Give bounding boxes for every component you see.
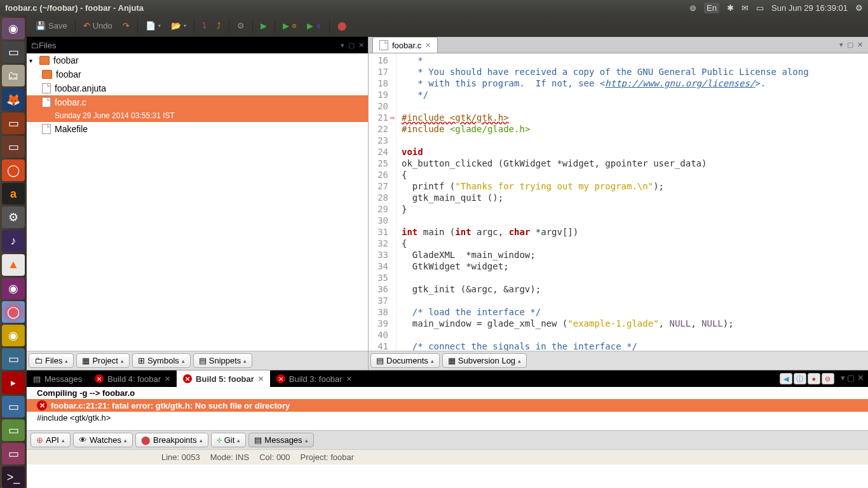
files-launcher[interactable]: 🗂 [2, 65, 25, 86]
project-icon: ▦ [82, 356, 90, 365]
tab-messages[interactable]: ▤Messages▴ [248, 433, 313, 447]
panel-controls[interactable]: ▾ ▢ ✕ [839, 41, 863, 49]
tab-subversion[interactable]: ▦Subversion Log▴ [442, 353, 527, 368]
new-file-icon: 📄 [146, 21, 156, 30]
message-line[interactable]: #include <gtk/gtk.h> [27, 412, 868, 424]
wifi-icon[interactable]: ⊚ [689, 3, 696, 13]
editor-tab[interactable]: foobar.c ✕ [372, 37, 438, 53]
file-icon [42, 97, 51, 107]
launcher-item[interactable]: ♪ [2, 230, 25, 252]
messages-content[interactable]: Compiling -g --> foobar.o✕foobar.c:21:21… [27, 387, 868, 430]
launcher-item[interactable]: ▭ [2, 419, 25, 441]
firefox-launcher[interactable]: 🦊 [2, 88, 25, 110]
error-icon: ✕ [37, 400, 47, 410]
open-button[interactable]: 📂▾ [166, 18, 191, 33]
stop-button[interactable]: ⬤ [332, 18, 352, 33]
eye-icon: 👁 [79, 435, 87, 445]
amazon-launcher[interactable]: a [2, 183, 25, 205]
remove-button[interactable]: ⊖ [822, 373, 834, 384]
file-tree[interactable]: ▾ foobar foobarfoobar.anjutafoobar.cSund… [27, 53, 368, 351]
error-icon: ✕ [276, 374, 285, 383]
play-icon: ▶ [261, 21, 267, 30]
launcher-item[interactable]: ▭ [2, 348, 25, 370]
battery-icon[interactable]: ▭ [756, 3, 764, 13]
build-button[interactable]: ⚙ [232, 18, 250, 33]
open-icon: 📂 [171, 21, 181, 30]
launcher-item[interactable]: ▭ [2, 41, 25, 63]
vlc-launcher[interactable]: ▲ [2, 254, 25, 276]
expander-icon[interactable]: ▾ [29, 57, 36, 64]
debug-continue-button[interactable]: ▶⏸ [302, 18, 327, 33]
launcher-item[interactable]: ▭ [2, 136, 25, 158]
save-button[interactable]: 💾Save [31, 18, 72, 33]
keyboard-indicator[interactable]: En [704, 3, 719, 13]
status-line: Line: 0053 [161, 452, 200, 462]
close-icon[interactable]: ✕ [425, 41, 431, 50]
close-icon[interactable]: ✕ [346, 375, 352, 383]
tree-item[interactable]: foobar.anjuta [27, 81, 368, 95]
tab-breakpoints[interactable]: ⬤Breakpoints▴ [135, 433, 208, 447]
launcher-item[interactable]: ◯ [2, 301, 25, 323]
new-file-button[interactable]: 📄▾ [140, 18, 166, 33]
file-icon [42, 124, 51, 134]
redo-button[interactable]: ↷ [118, 18, 135, 33]
settings-launcher[interactable]: ⚙ [2, 207, 25, 228]
main-toolbar: 💾Save ↶Undo ↷ 📄▾ 📂▾ ⤵ ⤴ ⚙ ▶ ▶⚙ ▶⏸ ⬤ [27, 15, 868, 37]
message-line[interactable]: ✕foobar.c:21:21: fatal error: gtk/gtk.h:… [27, 399, 868, 412]
terminal-launcher[interactable]: >_ [2, 466, 25, 488]
run-button[interactable]: ▶ [255, 18, 272, 33]
close-icon[interactable]: ✕ [258, 375, 264, 383]
launcher-item[interactable]: ◉ [2, 278, 25, 299]
tab-project[interactable]: ▦Project▴ [76, 353, 129, 368]
error-filter-button[interactable]: ● [808, 373, 820, 384]
tab-documents[interactable]: ▤Documents▴ [370, 353, 440, 368]
debug-step-over-button[interactable]: ⤴ [212, 18, 226, 33]
tree-item[interactable]: Makefile [27, 122, 368, 136]
clock[interactable]: Sun Jun 29 16:39:01 [771, 3, 848, 13]
messages-tab[interactable]: ✕Build 5: foobar✕ [177, 370, 270, 387]
tab-snippets[interactable]: ▤Snippets▴ [193, 353, 253, 368]
debug-step-button[interactable]: ⤵ [197, 18, 212, 33]
message-filter-buttons: ◀ⓘ●⊖▾ ▢ ✕ [780, 373, 868, 384]
editor-bottom-tabs: ▤Documents▴ ▦Subversion Log▴ [369, 351, 868, 370]
panel-controls[interactable]: ▾ ▢ ✕ [341, 41, 364, 50]
messages-tab[interactable]: ✕Build 4: foobar✕ [88, 370, 177, 387]
mail-icon[interactable]: ✉ [742, 3, 749, 13]
info-button[interactable]: ⓘ [794, 373, 806, 384]
message-line[interactable]: Compiling -g --> foobar.o [27, 387, 868, 399]
tab-watches[interactable]: 👁Watches▴ [73, 433, 133, 447]
gear-icon[interactable]: ⚙ [855, 3, 863, 13]
debug-run-button[interactable]: ▶⚙ [278, 18, 302, 33]
launcher-item[interactable]: ▶ [2, 372, 25, 393]
tab-api[interactable]: ⊕API▴ [31, 433, 71, 447]
messages-tab[interactable]: ✕Build 3: foobar✕ [270, 370, 358, 387]
messages-panel: ▤Messages✕Build 4: foobar✕✕Build 5: foob… [27, 370, 868, 449]
tree-item[interactable]: foobar [27, 67, 368, 81]
code-area[interactable]: * * You should have received a copy of t… [397, 53, 868, 351]
launcher-item[interactable]: ▭ [2, 112, 25, 134]
launcher-item[interactable]: ◉ [2, 325, 25, 346]
tab-git[interactable]: ⊹Git▴ [211, 433, 247, 447]
dash-icon[interactable]: ◉ [2, 18, 25, 39]
undo-button[interactable]: ↶Undo [78, 18, 118, 33]
launcher-item[interactable]: ▭ [2, 443, 25, 464]
anjuta-launcher[interactable]: ▭ [2, 396, 25, 417]
ubuntu-top-bar: foobar.c (~/foobar) - foobar - Anjuta ⊚ … [0, 0, 868, 15]
tab-files[interactable]: 🗀Files▴ [29, 353, 74, 368]
tree-item[interactable]: foobar.cSunday 29 June 2014 03:55:31 IST [27, 95, 368, 122]
error-icon: ✕ [183, 374, 192, 383]
panel-controls[interactable]: ▾ ▢ ✕ [841, 373, 864, 384]
messages-tab[interactable]: ▤Messages [27, 370, 88, 387]
prev-button[interactable]: ◀ [780, 373, 792, 384]
launcher-item[interactable]: ◯ [2, 159, 25, 181]
tree-root[interactable]: ▾ foobar [27, 53, 368, 67]
bluetooth-icon[interactable]: ✱ [727, 3, 734, 13]
tab-symbols[interactable]: ⊞Symbols▴ [132, 353, 191, 368]
symbols-icon: ⊞ [138, 356, 145, 365]
folder-icon [39, 56, 50, 65]
code-editor[interactable]: 1617181920⇨21222324252627282930313233343… [369, 53, 868, 351]
close-icon[interactable]: ✕ [165, 375, 170, 383]
lower-bottom-tabs: ⊕API▴ 👁Watches▴ ⬤Breakpoints▴ ⊹Git▴ ▤Mes… [27, 430, 868, 449]
status-bar: Line: 0053 Mode: INS Col: 000 Project: f… [27, 449, 868, 464]
left-bottom-tabs: 🗀Files▴ ▦Project▴ ⊞Symbols▴ ▤Snippets▴ [27, 351, 368, 370]
